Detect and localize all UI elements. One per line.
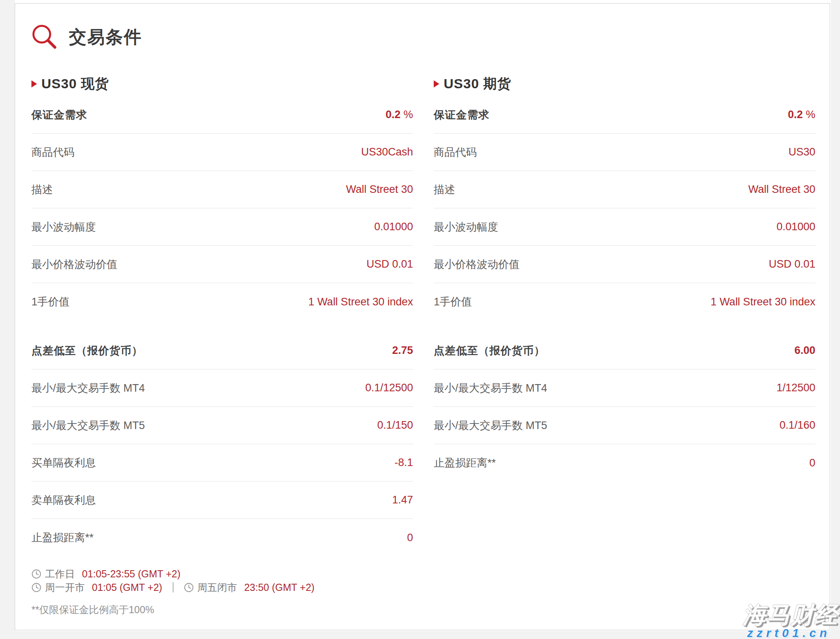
magnifier-icon <box>31 24 58 50</box>
spec-row: 商品代码US30Cash <box>31 134 413 171</box>
spec-value: USD 0.01 <box>769 258 815 270</box>
spec-table-spot: 保证金需求0.2 %商品代码US30Cash描述Wall Street 30最小… <box>31 96 413 556</box>
hours-item: 工作日 01:05-23:55 (GMT +2) <box>31 567 181 581</box>
spec-value: 0.1/150 <box>377 419 413 431</box>
spec-label: 最小价格波动价值 <box>434 257 520 272</box>
spec-value: 0 <box>809 457 815 469</box>
spec-row: 止盈损距离**0 <box>31 519 413 556</box>
spec-row: 1手价值1 Wall Street 30 index <box>434 283 815 320</box>
spec-label: 最小波动幅度 <box>31 220 96 234</box>
page-gutter-left <box>0 0 15 639</box>
spec-label: 最小/最大交易手数 MT4 <box>434 381 547 395</box>
spec-value: Wall Street 30 <box>346 183 413 196</box>
spec-label: 描述 <box>31 183 53 197</box>
spec-label: 商品代码 <box>31 145 74 159</box>
spec-label: 商品代码 <box>434 145 477 159</box>
spec-row: 止盈损距离**0 <box>434 444 815 482</box>
spec-row: 1手价值1 Wall Street 30 index <box>31 283 413 320</box>
spec-value-suffix: % <box>400 109 413 120</box>
page: { "header": { "title": "交易条件" }, "column… <box>0 0 840 639</box>
spec-label: 点差低至（报价货币） <box>31 344 143 358</box>
clock-icon <box>184 583 194 592</box>
triangle-bullet-icon <box>31 80 37 87</box>
spec-label: 最小/最大交易手数 MT5 <box>31 418 145 433</box>
spec-value: 0.2 % <box>386 109 413 121</box>
spec-value: US30 <box>788 146 815 158</box>
watermark-brand: 海马财经 <box>743 603 838 626</box>
watermark: 海马财经 zzrt01.cn <box>743 603 838 639</box>
margin-footnote: **仅限保证金比例高于100% <box>31 604 413 616</box>
spec-label: 1手价值 <box>31 295 70 309</box>
spec-value: 0.1/160 <box>780 419 815 431</box>
column-header-spot: US30 现货 <box>31 75 413 93</box>
spec-value: US30Cash <box>361 146 413 158</box>
spec-row: 最小/最大交易手数 MT40.1/12500 <box>31 369 413 407</box>
spec-row: 商品代码US30 <box>434 134 815 171</box>
hours-label: 周一开市 <box>45 581 85 594</box>
spec-value-suffix: % <box>803 109 815 120</box>
spec-value: -8.1 <box>394 456 413 469</box>
spec-row: 卖单隔夜利息1.47 <box>31 482 413 519</box>
trading-conditions-card: 交易条件 US30 现货 保证金需求0.2 %商品代码US30Cash描述Wal… <box>15 3 830 630</box>
spec-label: 卖单隔夜利息 <box>31 493 96 507</box>
hours-line-weekday: 工作日 01:05-23:55 (GMT +2) <box>31 567 413 581</box>
hours-label: 工作日 <box>45 567 75 581</box>
vertical-divider <box>173 582 173 592</box>
spec-group: 保证金需求0.2 %商品代码US30描述Wall Street 30最小波动幅度… <box>434 96 815 320</box>
hours-time: 23:50 (GMT +2) <box>244 582 315 593</box>
spec-label: 保证金需求 <box>31 108 87 122</box>
spec-value: 1/12500 <box>776 382 815 394</box>
spec-row: 最小/最大交易手数 MT50.1/150 <box>31 407 413 444</box>
columns: US30 现货 保证金需求0.2 %商品代码US30Cash描述Wall Str… <box>31 75 815 616</box>
spec-label: 最小波动幅度 <box>434 220 498 234</box>
spec-value: 0.01000 <box>374 221 413 233</box>
hours-time: 01:05 (GMT +2) <box>92 582 162 593</box>
page-header: 交易条件 <box>31 24 815 50</box>
spec-label: 买单隔夜利息 <box>31 456 96 470</box>
spec-value: 0 <box>407 532 413 544</box>
spec-label: 最小/最大交易手数 MT4 <box>31 381 145 395</box>
spec-value: 1 Wall Street 30 index <box>711 296 815 308</box>
spec-value: 0.2 % <box>788 109 815 121</box>
spec-group: 点差低至（报价货币）6.00最小/最大交易手数 MT41/12500最小/最大交… <box>434 332 815 482</box>
spec-value: Wall Street 30 <box>748 183 815 196</box>
clock-icon <box>31 569 41 579</box>
spec-value: 0.1/12500 <box>365 382 413 394</box>
spec-label: 1手价值 <box>434 295 472 309</box>
spec-row: 保证金需求0.2 % <box>434 96 815 134</box>
watermark-url: zzrt01.cn <box>743 627 830 639</box>
trading-hours: 工作日 01:05-23:55 (GMT +2) 周一开市 01:05 (GMT… <box>31 567 413 594</box>
spec-label: 止盈损距离** <box>31 530 94 545</box>
spec-value: 2.75 <box>392 344 413 357</box>
column-title: US30 期货 <box>444 75 511 93</box>
spec-value: 1 Wall Street 30 index <box>308 296 413 308</box>
spec-row: 最小价格波动价值USD 0.01 <box>31 246 413 283</box>
hours-label: 周五闭市 <box>197 581 237 594</box>
spec-value: 6.00 <box>794 344 815 357</box>
column-us30-spot: US30 现货 保证金需求0.2 %商品代码US30Cash描述Wall Str… <box>31 75 413 616</box>
triangle-bullet-icon <box>434 80 439 87</box>
spec-row: 最小/最大交易手数 MT41/12500 <box>434 369 815 407</box>
spec-row: 最小/最大交易手数 MT50.1/160 <box>434 407 815 444</box>
spec-label: 描述 <box>434 183 455 197</box>
clock-icon <box>31 583 41 592</box>
hours-item: 周一开市 01:05 (GMT +2) <box>31 581 162 594</box>
column-us30-futures: US30 期货 保证金需求0.2 %商品代码US30描述Wall Street … <box>434 75 815 616</box>
hours-item: 周五闭市 23:50 (GMT +2) <box>184 581 315 594</box>
page-gutter-right <box>831 0 840 639</box>
hours-time: 01:05-23:55 (GMT +2) <box>82 568 181 580</box>
spec-label: 最小/最大交易手数 MT5 <box>434 418 547 433</box>
spec-row: 描述Wall Street 30 <box>31 171 413 208</box>
column-header-futures: US30 期货 <box>434 75 815 93</box>
spec-label: 止盈损距离** <box>434 456 496 470</box>
spec-row: 保证金需求0.2 % <box>31 96 413 134</box>
spec-label: 最小价格波动价值 <box>31 257 117 272</box>
spec-group: 点差低至（报价货币）2.75最小/最大交易手数 MT40.1/12500最小/最… <box>31 332 413 556</box>
spec-value: 0.01000 <box>776 221 815 233</box>
spec-label: 保证金需求 <box>434 108 489 122</box>
spec-row: 最小价格波动价值USD 0.01 <box>434 246 815 283</box>
spec-table-futures: 保证金需求0.2 %商品代码US30描述Wall Street 30最小波动幅度… <box>434 96 815 482</box>
spec-value: 1.47 <box>392 494 413 506</box>
spec-row: 最小波动幅度0.01000 <box>31 208 413 246</box>
spec-row: 点差低至（报价货币）2.75 <box>31 332 413 369</box>
